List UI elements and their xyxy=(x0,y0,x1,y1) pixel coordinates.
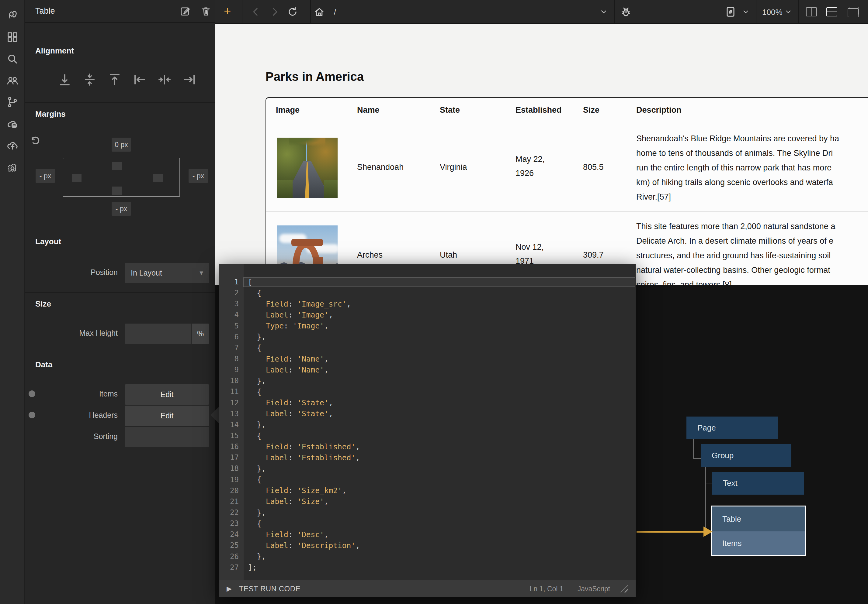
node-table-selected[interactable]: Table Items xyxy=(711,505,806,556)
split-rows-icon[interactable] xyxy=(826,7,837,16)
code-line[interactable]: 1[ xyxy=(219,277,636,287)
code-line[interactable]: 16 Field: 'Established', xyxy=(219,441,636,452)
cloud-functions-icon[interactable] xyxy=(6,139,19,153)
float-windows-icon[interactable] xyxy=(848,8,859,17)
sorting-input[interactable] xyxy=(125,427,209,447)
code-line[interactable]: 7 { xyxy=(219,342,636,353)
node-text[interactable]: Text xyxy=(712,472,804,494)
code-line[interactable]: 9 Label: 'Name', xyxy=(219,364,636,375)
column-header-image: Image xyxy=(276,105,299,115)
node-table-header[interactable]: Table xyxy=(712,507,805,531)
margin-left-handle[interactable] xyxy=(72,174,82,182)
cloud-data-icon[interactable] xyxy=(6,118,19,131)
code-line[interactable]: 25 Label: 'Description', xyxy=(219,540,636,551)
cell-state: Utah xyxy=(440,250,457,260)
code-line[interactable]: 14 }, xyxy=(219,419,636,430)
resize-grip[interactable] xyxy=(620,585,628,592)
run-icon[interactable]: ▶ xyxy=(226,585,232,593)
node-group[interactable]: Group xyxy=(701,444,791,467)
settings-icon[interactable] xyxy=(6,162,19,175)
code-line[interactable]: 10 }, xyxy=(219,375,636,386)
max-height-unit-button[interactable]: % xyxy=(192,324,209,344)
zoom-level[interactable]: 100% xyxy=(762,8,783,17)
cell-established: 1926 xyxy=(516,168,534,178)
node-table-items-port[interactable]: Items xyxy=(712,531,805,555)
forward-icon[interactable] xyxy=(268,5,281,19)
position-select[interactable]: In Layout ▼ xyxy=(125,263,209,283)
align-horizontal-center-icon[interactable] xyxy=(157,72,172,87)
chevron-down-icon[interactable] xyxy=(782,5,795,19)
split-columns-icon[interactable] xyxy=(806,7,817,16)
port-label: Items xyxy=(722,539,742,548)
reload-icon[interactable] xyxy=(286,5,299,19)
code-line[interactable]: 18 }, xyxy=(219,463,636,474)
max-height-input[interactable] xyxy=(125,324,191,344)
code-line[interactable]: 8 Field: 'Name', xyxy=(219,353,636,364)
code-line[interactable]: 24 Field: 'Desc', xyxy=(219,529,636,540)
headers-port-dot[interactable] xyxy=(29,412,35,419)
language-label[interactable]: JavaScript xyxy=(578,585,610,593)
margin-right-value[interactable]: - px xyxy=(189,169,208,183)
cell-established: May 22, xyxy=(516,154,545,164)
code-line[interactable]: 26 }, xyxy=(219,551,636,562)
code-line[interactable]: 12 Field: 'State', xyxy=(219,397,636,408)
code-line[interactable]: 5 Type: 'Image', xyxy=(219,321,636,332)
debug-icon[interactable] xyxy=(619,5,632,19)
home-icon[interactable] xyxy=(313,5,326,19)
node-page[interactable]: Page xyxy=(687,417,778,439)
add-component-button[interactable]: + xyxy=(224,4,231,18)
position-label: Position xyxy=(54,268,118,277)
code-line[interactable]: 11 { xyxy=(219,386,636,397)
connection-wire[interactable] xyxy=(637,531,704,533)
line-number: 1 xyxy=(219,278,243,286)
headers-edit-button[interactable]: Edit xyxy=(125,406,209,426)
align-left-icon[interactable] xyxy=(132,72,147,87)
margin-left-value[interactable]: - px xyxy=(36,169,55,183)
search-icon[interactable] xyxy=(6,52,19,66)
delete-node-icon[interactable] xyxy=(200,5,212,18)
description-line: This site features more than 2,000 natur… xyxy=(636,219,835,234)
margin-top-value[interactable]: 0 px xyxy=(112,137,131,151)
code-line[interactable]: 23 { xyxy=(219,518,636,529)
code-line[interactable]: 20 Field: 'Size_km2', xyxy=(219,485,636,496)
back-icon[interactable] xyxy=(250,5,263,19)
viewport-size-icon[interactable] xyxy=(724,5,737,19)
line-number: 21 xyxy=(219,497,243,506)
items-label: Items xyxy=(54,389,118,398)
code-line[interactable]: 17 Label: 'Established', xyxy=(219,452,636,463)
code-line[interactable]: 6 }, xyxy=(219,332,636,342)
code-line[interactable]: 3 Field: 'Image_src', xyxy=(219,298,636,309)
items-edit-button[interactable]: Edit xyxy=(125,384,209,405)
items-port-dot[interactable] xyxy=(29,391,35,397)
chevron-down-icon[interactable] xyxy=(739,5,752,19)
align-vertical-center-icon[interactable] xyxy=(82,72,97,87)
margin-bottom-handle[interactable] xyxy=(112,187,122,195)
line-number: 3 xyxy=(219,300,243,308)
margin-bottom-value[interactable]: - px xyxy=(112,202,131,216)
code-line[interactable]: 21 Label: 'Size', xyxy=(219,496,636,507)
chevron-down-icon[interactable] xyxy=(597,5,611,19)
align-bottom-icon[interactable] xyxy=(57,72,72,87)
line-number: 17 xyxy=(219,453,243,462)
url-path[interactable]: / xyxy=(334,7,336,17)
code-line[interactable]: 22 }, xyxy=(219,507,636,518)
code-line[interactable]: 19 { xyxy=(219,474,636,485)
code-line[interactable]: 15 { xyxy=(219,430,636,441)
version-control-icon[interactable] xyxy=(6,96,19,109)
line-number: 25 xyxy=(219,541,243,550)
code-line[interactable]: 4 Label: 'Image', xyxy=(219,309,636,320)
margin-right-handle[interactable] xyxy=(153,174,163,182)
reset-icon[interactable] xyxy=(29,134,43,148)
code-line[interactable]: 13 Label: 'State', xyxy=(219,408,636,419)
align-top-icon[interactable] xyxy=(107,72,122,87)
description-line: structures, and the arid ground has life… xyxy=(636,248,835,263)
code-line[interactable]: 27]; xyxy=(219,562,636,573)
align-right-icon[interactable] xyxy=(182,72,197,87)
collaboration-icon[interactable] xyxy=(6,74,19,87)
test-run-code-button[interactable]: TEST RUN CODE xyxy=(239,585,301,593)
code-line[interactable]: 2 { xyxy=(219,287,636,298)
panel-header: Table xyxy=(25,0,215,23)
edit-node-icon[interactable] xyxy=(180,5,192,18)
components-icon[interactable] xyxy=(6,30,19,44)
margin-top-handle[interactable] xyxy=(112,162,122,170)
